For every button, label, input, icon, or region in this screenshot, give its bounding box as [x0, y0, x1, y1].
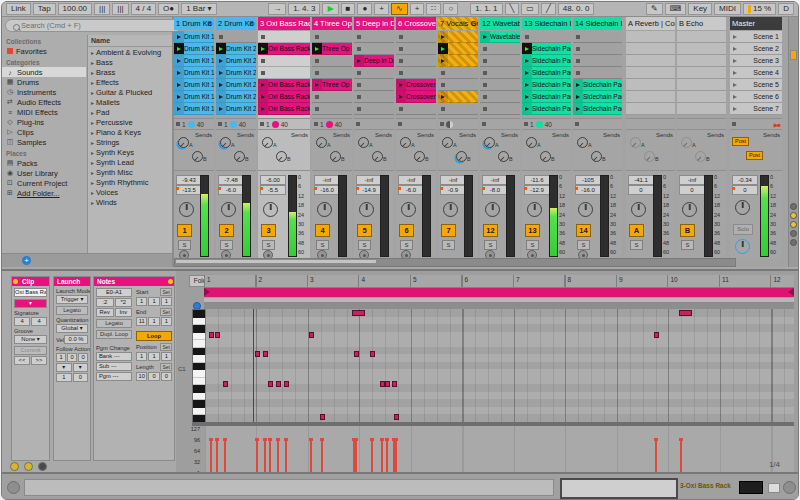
- follow-chance-b[interactable]: 0: [73, 373, 89, 382]
- velocity-stem[interactable]: [277, 440, 279, 474]
- note-grid[interactable]: [205, 309, 794, 422]
- send-b-knob[interactable]: [330, 151, 341, 162]
- program-selector[interactable]: Pgm ---: [96, 372, 132, 381]
- clip-cell[interactable]: [438, 91, 478, 103]
- send-b-knob[interactable]: [192, 151, 203, 162]
- peak-level-field[interactable]: -inf: [440, 175, 466, 185]
- browser-item[interactable]: ▸Piano & Keys: [88, 127, 172, 137]
- solo-button[interactable]: S: [220, 240, 233, 250]
- clip-stop-slot[interactable]: [438, 79, 478, 91]
- peak-level-field[interactable]: -41.1: [628, 175, 654, 185]
- sidebar-item-plug-ins[interactable]: ◇Plug-ins: [2, 117, 86, 127]
- volume-field[interactable]: 0: [679, 185, 705, 195]
- sub-bank-selector[interactable]: Sub ---: [96, 362, 132, 371]
- stop-all-clips-button[interactable]: ▶■: [774, 121, 780, 128]
- solo-button[interactable]: S: [484, 240, 497, 250]
- volume-field[interactable]: -5.5: [260, 185, 286, 195]
- velocity-stem[interactable]: [269, 440, 271, 474]
- loop-toggle-button[interactable]: Loop: [136, 331, 172, 341]
- midi-note[interactable]: [394, 414, 399, 420]
- piano-key[interactable]: [193, 363, 205, 371]
- send-b-knob[interactable]: [695, 151, 706, 162]
- mixer-toggle-5[interactable]: [790, 239, 797, 246]
- end-beats[interactable]: 1: [148, 317, 159, 326]
- peak-level-field[interactable]: -9.43: [176, 175, 202, 185]
- midi-note[interactable]: [354, 351, 359, 357]
- clip-playing[interactable]: Sidechain Pad: [522, 43, 571, 55]
- solo-button[interactable]: S: [178, 240, 191, 250]
- clip-stop-slot[interactable]: [354, 31, 394, 43]
- clip-slot[interactable]: [677, 67, 726, 79]
- peak-level-field[interactable]: -inf: [356, 175, 382, 185]
- browser-item[interactable]: ▸Bass: [88, 57, 172, 67]
- scene-row[interactable]: Scene 2: [730, 43, 782, 55]
- track-activator-button[interactable]: 3: [261, 224, 276, 237]
- track-activator-button[interactable]: 5: [357, 224, 372, 237]
- velocity-stem[interactable]: [310, 440, 312, 474]
- link-button[interactable]: Link: [6, 3, 31, 15]
- clip-cell[interactable]: Sidechain Pad: [522, 67, 571, 79]
- velocity-stem[interactable]: [224, 440, 226, 474]
- send-a-knob[interactable]: [681, 137, 692, 148]
- midi-note[interactable]: [268, 381, 273, 387]
- group-icon[interactable]: ⊙: [207, 17, 213, 30]
- send-b-knob[interactable]: [414, 151, 425, 162]
- clip-playing[interactable]: Drum Kit 1: [174, 43, 214, 55]
- nudge-down-button[interactable]: |||: [94, 3, 110, 15]
- send-b-knob[interactable]: [234, 151, 245, 162]
- piano-roll-keyboard[interactable]: [192, 309, 206, 424]
- velocity-lane[interactable]: [205, 426, 794, 474]
- piano-key[interactable]: [193, 400, 205, 408]
- clip-stop-slot[interactable]: [573, 31, 622, 43]
- sidebar-item-drums[interactable]: ▦Drums: [2, 77, 86, 87]
- send-a-knob[interactable]: [358, 137, 369, 148]
- clip-cell[interactable]: Drum Kit 1: [174, 55, 214, 67]
- volume-field[interactable]: -13.5: [176, 185, 202, 195]
- reverse-button[interactable]: Rev: [96, 308, 114, 317]
- send-b-knob[interactable]: [456, 151, 467, 162]
- notes-legato-button[interactable]: Legato: [96, 319, 132, 328]
- volume-field[interactable]: -8.0: [482, 185, 508, 195]
- sidebar-item-packs[interactable]: ▤Packs: [2, 158, 86, 168]
- position-set-button[interactable]: Set: [160, 343, 172, 351]
- piano-key[interactable]: [193, 318, 205, 326]
- invert-button[interactable]: Inv: [115, 308, 133, 317]
- velocity-stem[interactable]: [256, 440, 258, 474]
- track-header[interactable]: 14 Sidechain Pad: [573, 17, 622, 30]
- clip-cell[interactable]: Drum Kit 1: [174, 67, 214, 79]
- sidebar-item-user-library[interactable]: ◉User Library: [2, 168, 86, 178]
- track-header[interactable]: 12 Wavetable: [480, 17, 520, 30]
- send-a-post-toggle[interactable]: Post: [732, 137, 749, 146]
- volume-field[interactable]: -16.0: [575, 185, 601, 195]
- nudge-forward-button[interactable]: >>: [31, 356, 47, 365]
- clip-stop-slot[interactable]: [480, 79, 520, 91]
- note-range-button[interactable]: E0-A1: [96, 288, 132, 297]
- peak-level-field[interactable]: -inf: [679, 175, 705, 185]
- end-set-button[interactable]: Set: [160, 308, 172, 316]
- clip-stop-slot[interactable]: [258, 67, 310, 79]
- follow-action-a-selector[interactable]: ▾: [56, 363, 72, 372]
- length-sixteenths[interactable]: 0: [161, 372, 172, 381]
- clip-stop-slot[interactable]: [396, 43, 436, 55]
- peak-level-field[interactable]: -inf: [314, 175, 340, 185]
- browser-item[interactable]: ▸Synth Lead: [88, 157, 172, 167]
- clip-slot[interactable]: [626, 55, 675, 67]
- mixer-toggle-4[interactable]: [790, 230, 797, 237]
- clip-cell[interactable]: Drum Kit 2: [216, 103, 256, 115]
- start-beats[interactable]: 1: [148, 297, 159, 306]
- browser-item[interactable]: ▸Winds: [88, 197, 172, 207]
- session-record-button[interactable]: ○: [443, 3, 458, 15]
- send-a-knob[interactable]: [577, 137, 588, 148]
- peak-level-field[interactable]: -105: [575, 175, 601, 185]
- duplicate-loop-button[interactable]: Dupl. Loop: [96, 330, 132, 339]
- pan-knob[interactable]: [735, 200, 750, 215]
- send-a-knob[interactable]: [262, 137, 273, 148]
- position-sixteenths[interactable]: 1: [161, 352, 172, 361]
- clip-cell[interactable]: Drum Kit 2: [216, 79, 256, 91]
- end-sixteenths[interactable]: 1: [161, 317, 172, 326]
- clip-cell[interactable]: Sidechain Pad: [522, 91, 571, 103]
- velocity-amount-field[interactable]: 0.0 %: [64, 335, 88, 344]
- midi-note[interactable]: [215, 332, 220, 338]
- clip-cell[interactable]: Sidechain Pad: [522, 79, 571, 91]
- clip-cell[interactable]: Sidechain Pad: [522, 55, 571, 67]
